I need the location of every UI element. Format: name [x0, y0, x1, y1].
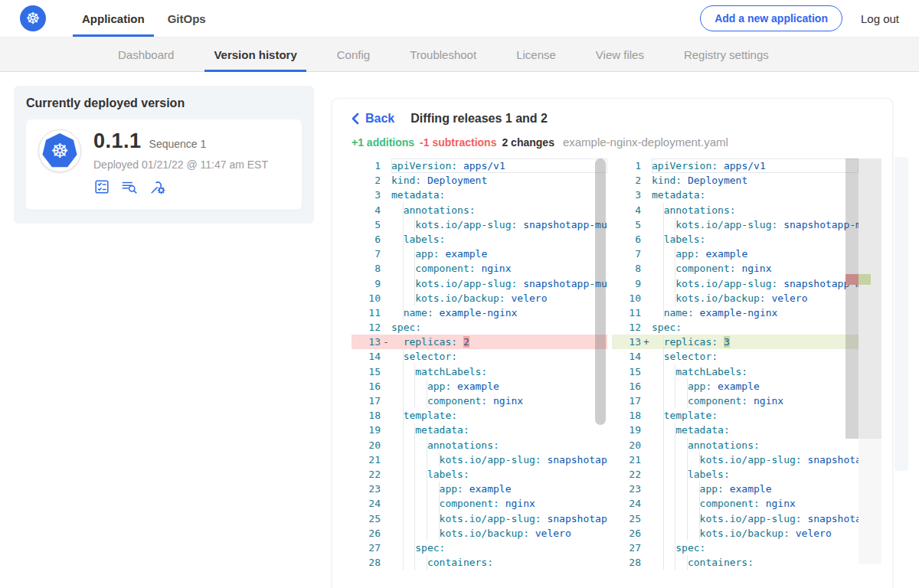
code-line: 23app: example — [612, 482, 858, 496]
code-line: 13-replicas: 2 — [352, 335, 607, 349]
top-navbar: ☸ Application GitOps Add a new applicati… — [0, 0, 919, 37]
code-right: 1apiVersion: apps/v12kind: Deployment3me… — [612, 158, 858, 570]
code-line: 9kots.io/app-slug: snapshotapp-multi — [612, 276, 858, 291]
code-line: 17component: nginx — [352, 394, 607, 408]
tab-gitops[interactable]: GitOps — [156, 0, 217, 37]
code-line: 5kots.io/app-slug: snapshotapp-multi — [352, 217, 607, 232]
diff-filename: example-nginx-deployment.yaml — [563, 136, 728, 149]
back-label: Back — [365, 112, 394, 126]
checklist-icon[interactable] — [93, 178, 110, 195]
code-line: 2kind: Deployment — [352, 173, 607, 188]
diff-pane-right[interactable]: 1apiVersion: apps/v12kind: Deployment3me… — [612, 158, 881, 587]
code-line: 23app: example — [352, 482, 607, 496]
currently-deployed-card: Currently deployed version ☸ 0.1.1 Seque… — [14, 86, 314, 224]
chevron-left-icon — [352, 113, 359, 125]
code-line: 25kots.io/app-slug: snapshotapp-multi — [352, 511, 607, 526]
back-button[interactable]: Back — [352, 112, 394, 126]
subtab-troubleshoot[interactable]: Troubleshoot — [390, 38, 496, 71]
app-subnav: Dashboard Version history Config Trouble… — [0, 37, 919, 72]
additions-count: +1 additions — [352, 136, 414, 149]
subtab-dashboard[interactable]: Dashboard — [98, 38, 194, 71]
code-line: 13+replicas: 3 — [612, 335, 858, 349]
release-notes-icon[interactable] — [120, 178, 139, 195]
code-line: 20annotations: — [612, 438, 858, 452]
deployed-version-card: ☸ 0.1.1 Sequence 1 Deployed 01/21/22 @ 1… — [26, 119, 302, 210]
code-line: 20annotations: — [352, 438, 607, 452]
scrollbar-thumb-left[interactable] — [595, 158, 606, 425]
code-line: 3metadata: — [352, 188, 607, 202]
tab-application[interactable]: Application — [70, 0, 156, 37]
tab-application-label: Application — [82, 12, 145, 25]
code-line: 28containers: — [612, 555, 858, 570]
config-icon[interactable] — [149, 178, 167, 195]
subtab-license[interactable]: License — [496, 38, 576, 71]
code-line: 25kots.io/app-slug: snapshotapp-multi — [612, 511, 858, 526]
subtractions-count: -1 subtractions — [420, 136, 496, 149]
code-line: 17component: nginx — [612, 394, 858, 408]
deployed-version-info: 0.1.1 Sequence 1 Deployed 01/21/22 @ 11:… — [93, 129, 268, 200]
kubernetes-logo-icon[interactable]: ☸ — [20, 5, 46, 31]
code-line: 15matchLabels: — [612, 364, 858, 379]
code-line: 1apiVersion: apps/v1 — [352, 158, 607, 173]
diff-panel: Back Diffing releases 1 and 2 +1 additio… — [332, 98, 893, 588]
version-action-icons — [93, 178, 268, 195]
code-line: 1apiVersion: apps/v1 — [612, 158, 858, 173]
topnav-actions: Add a new application Log out — [700, 0, 919, 37]
version-number: 0.1.1 — [93, 129, 142, 153]
subtab-registry-settings[interactable]: Registry settings — [664, 38, 789, 71]
diff-pane-left[interactable]: 1apiVersion: apps/v12kind: Deployment3me… — [352, 158, 607, 587]
code-line: 6labels: — [612, 232, 858, 247]
subtab-version-history[interactable]: Version history — [194, 38, 316, 71]
code-line: 8component: nginx — [352, 261, 607, 276]
overview-ruler-viewport — [858, 158, 881, 439]
tab-gitops-label: GitOps — [168, 12, 206, 25]
code-line: 12spec: — [612, 320, 858, 335]
code-line: 11name: example-nginx — [352, 305, 607, 320]
code-line: 16app: example — [352, 379, 607, 394]
code-line: 19metadata: — [352, 423, 607, 437]
logout-link[interactable]: Log out — [861, 12, 899, 25]
code-line: 3metadata: — [612, 188, 858, 202]
code-line: 8component: nginx — [612, 261, 858, 276]
code-line: 10kots.io/backup: velero — [352, 291, 607, 305]
code-line: 12spec: — [352, 320, 607, 335]
code-line: 19metadata: — [612, 423, 858, 437]
code-line: 7app: example — [352, 247, 607, 261]
code-line: 4annotations: — [612, 203, 858, 217]
subtab-view-files[interactable]: View files — [576, 38, 664, 71]
deployed-timestamp: Deployed 01/21/22 @ 11:47 am EST — [93, 158, 268, 171]
code-line: 26kots.io/backup: velero — [612, 526, 858, 541]
code-line: 7app: example — [612, 247, 858, 261]
code-line: 27spec: — [352, 541, 607, 555]
code-line: 24component: nginx — [352, 496, 607, 511]
kubernetes-app-icon: ☸ — [42, 133, 77, 168]
code-line: 14selector: — [352, 349, 607, 364]
code-left: 1apiVersion: apps/v12kind: Deployment3me… — [352, 158, 607, 570]
code-line: 6labels: — [352, 232, 607, 247]
code-line: 9kots.io/app-slug: snapshotapp-multi — [352, 276, 607, 291]
code-line: 22labels: — [612, 467, 858, 482]
code-line: 15matchLabels: — [352, 364, 607, 379]
code-line: 16app: example — [612, 379, 858, 394]
diff-stats: +1 additions -1 subtractions 2 changes e… — [352, 136, 880, 149]
diff-editor: 1apiVersion: apps/v12kind: Deployment3me… — [352, 158, 880, 587]
diff-title: Diffing releases 1 and 2 — [410, 112, 548, 126]
code-line: 14selector: — [612, 349, 858, 364]
code-line: 24component: nginx — [612, 496, 858, 511]
code-line: 2kind: Deployment — [612, 173, 858, 188]
ruler-addition-marker — [858, 274, 871, 285]
subtab-config[interactable]: Config — [317, 38, 390, 71]
code-line: 21kots.io/app-slug: snapshotapp-multi — [352, 452, 607, 467]
app-logo-badge: ☸ — [38, 129, 81, 172]
code-line: 18template: — [352, 408, 607, 423]
code-line: 4annotations: — [352, 203, 607, 217]
add-application-button[interactable]: Add a new application — [700, 5, 842, 31]
deployed-card-title: Currently deployed version — [26, 96, 302, 110]
code-line: 28containers: — [352, 555, 607, 570]
code-line: 11name: example-nginx — [612, 305, 858, 320]
changes-count: 2 changes — [502, 136, 554, 149]
code-line: 21kots.io/app-slug: snapshotapp-multi — [612, 452, 858, 467]
scrollbar-thumb-right[interactable] — [845, 158, 858, 439]
code-line: 18template: — [612, 408, 858, 423]
code-line: 26kots.io/backup: velero — [352, 526, 607, 541]
